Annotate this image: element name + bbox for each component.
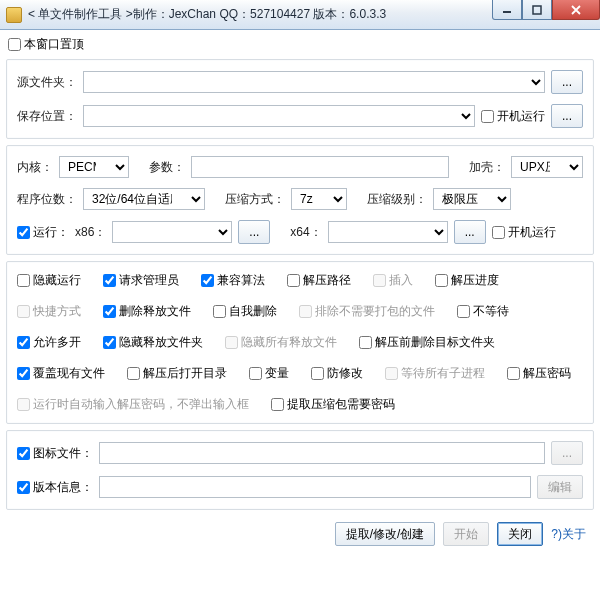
level-select[interactable]: 极限压缩	[433, 188, 511, 210]
extract-button[interactable]: 提取/修改/创建	[335, 522, 436, 546]
titlebar: < 单文件制作工具 >制作：JexChan QQ：527104427 版本：6.…	[0, 0, 600, 30]
source-browse-button[interactable]: ...	[551, 70, 583, 94]
edit-button[interactable]: 编辑	[537, 475, 583, 499]
opt-need-pwd[interactable]: 提取压缩包需要密码	[271, 396, 395, 413]
args-input[interactable]	[191, 156, 449, 178]
kernel-label: 内核：	[17, 159, 53, 176]
panel-source: 源文件夹： ... 保存位置： 开机运行 ...	[6, 59, 594, 139]
panel-options: 隐藏运行 请求管理员 兼容算法 解压路径 插入 解压进度 快捷方式 删除释放文件…	[6, 261, 594, 424]
opt-progress[interactable]: 解压进度	[435, 272, 499, 289]
version-input[interactable]	[99, 476, 531, 498]
opt-insert[interactable]: 插入	[373, 272, 413, 289]
opt-multi[interactable]: 允许多开	[17, 334, 81, 351]
save-browse-button[interactable]: ...	[551, 104, 583, 128]
close-button[interactable]	[552, 0, 600, 20]
pin-checkbox[interactable]: 本窗口置顶	[8, 36, 84, 53]
opt-hide-all[interactable]: 隐藏所有释放文件	[225, 334, 337, 351]
kernel-select[interactable]: PECMD	[59, 156, 129, 178]
maximize-button[interactable]	[522, 0, 552, 20]
icon-checkbox[interactable]: 图标文件：	[17, 445, 93, 462]
opt-anti-mod[interactable]: 防修改	[311, 365, 363, 382]
opt-hide-run[interactable]: 隐藏运行	[17, 272, 81, 289]
panel-icon-version: 图标文件： ... 版本信息： 编辑	[6, 430, 594, 510]
run-checkbox[interactable]: 运行：	[17, 224, 69, 241]
x86-browse-button[interactable]: ...	[238, 220, 270, 244]
client-area: 本窗口置顶 源文件夹： ... 保存位置： 开机运行 ... 内核： PECMD…	[0, 30, 600, 552]
panel-core: 内核： PECMD 参数： 加壳： UPX压缩 程序位数： 32位/64位自适应…	[6, 145, 594, 255]
svg-rect-0	[503, 11, 511, 13]
opt-compat[interactable]: 兼容算法	[201, 272, 265, 289]
start-button[interactable]: 开始	[443, 522, 489, 546]
footer: 提取/修改/创建 开始 关闭 ?)关于	[6, 516, 594, 546]
source-combo[interactable]	[83, 71, 545, 93]
opt-overwrite[interactable]: 覆盖现有文件	[17, 365, 105, 382]
save-combo[interactable]	[83, 105, 475, 127]
args-label: 参数：	[149, 159, 185, 176]
boot-run-checkbox-2[interactable]: 开机运行	[492, 224, 556, 241]
level-label: 压缩级别：	[367, 191, 427, 208]
opt-open-after[interactable]: 解压后打开目录	[127, 365, 227, 382]
opt-del-rel[interactable]: 删除释放文件	[103, 303, 191, 320]
app-icon	[6, 7, 22, 23]
about-link[interactable]: ?)关于	[551, 526, 586, 543]
x86-label: x86：	[75, 224, 106, 241]
icon-input[interactable]	[99, 442, 545, 464]
opt-nowait[interactable]: 不等待	[457, 303, 509, 320]
opt-hide-rel[interactable]: 隐藏释放文件夹	[103, 334, 203, 351]
opt-exclude[interactable]: 排除不需要打包的文件	[299, 303, 435, 320]
x64-browse-button[interactable]: ...	[454, 220, 486, 244]
bits-select[interactable]: 32位/64位自适应	[83, 188, 205, 210]
opt-vars[interactable]: 变量	[249, 365, 289, 382]
x64-select[interactable]	[328, 221, 448, 243]
boot-run-checkbox-1[interactable]: 开机运行	[481, 108, 545, 125]
shell-label: 加壳：	[469, 159, 505, 176]
x86-select[interactable]	[112, 221, 232, 243]
opt-req-admin[interactable]: 请求管理员	[103, 272, 179, 289]
opt-auto-pwd[interactable]: 运行时自动输入解压密码，不弹出输入框	[17, 396, 249, 413]
version-checkbox[interactable]: 版本信息：	[17, 479, 93, 496]
minimize-button[interactable]	[492, 0, 522, 20]
comp-select[interactable]: 7z	[291, 188, 347, 210]
svg-rect-1	[533, 6, 541, 14]
opt-pwd[interactable]: 解压密码	[507, 365, 571, 382]
opt-self-del[interactable]: 自我删除	[213, 303, 277, 320]
bits-label: 程序位数：	[17, 191, 77, 208]
window-title: < 单文件制作工具 >制作：JexChan QQ：527104427 版本：6.…	[28, 6, 386, 23]
window-buttons	[492, 0, 600, 20]
close-app-button[interactable]: 关闭	[497, 522, 543, 546]
save-label: 保存位置：	[17, 108, 77, 125]
opt-unzip-path[interactable]: 解压路径	[287, 272, 351, 289]
source-label: 源文件夹：	[17, 74, 77, 91]
opt-wait-child[interactable]: 等待所有子进程	[385, 365, 485, 382]
comp-label: 压缩方式：	[225, 191, 285, 208]
opt-shortcut[interactable]: 快捷方式	[17, 303, 81, 320]
x64-label: x64：	[290, 224, 321, 241]
opt-del-before[interactable]: 解压前删除目标文件夹	[359, 334, 495, 351]
shell-select[interactable]: UPX压缩	[511, 156, 583, 178]
icon-browse-button[interactable]: ...	[551, 441, 583, 465]
